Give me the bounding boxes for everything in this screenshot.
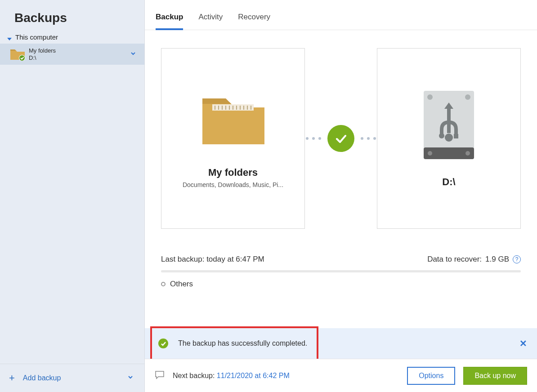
svg-rect-21 (447, 107, 451, 133)
chevron-down-icon[interactable] (127, 374, 134, 382)
chevron-down-icon[interactable] (130, 50, 136, 58)
add-backup-button[interactable]: + Add backup (0, 364, 144, 392)
next-backup-date[interactable]: 11/21/2020 at 6:42 PM (217, 372, 290, 379)
others-row: Others (161, 280, 521, 289)
plus-icon: + (9, 372, 15, 384)
backup-now-button[interactable]: Back up now (463, 367, 527, 385)
data-recover-label: Data to recover: (427, 255, 482, 264)
options-button[interactable]: Options (407, 367, 455, 385)
progress-bar (161, 270, 521, 272)
last-backup-label: Last backup: (161, 255, 204, 263)
tab-backup[interactable]: Backup (156, 13, 183, 30)
sidebar-section-label: This computer (15, 33, 58, 41)
sidebar-section-header[interactable]: This computer (0, 33, 144, 44)
source-card[interactable]: My folders Documents, Downloads, Music, … (161, 48, 305, 229)
last-backup-value: today at 6:47 PM (206, 255, 264, 263)
help-icon[interactable]: ? (513, 255, 521, 263)
footer-bar: Next backup: 11/21/2020 at 6:42 PM Optio… (145, 359, 537, 392)
tab-recovery[interactable]: Recovery (238, 13, 270, 30)
folder-icon (10, 48, 25, 61)
next-backup: Next backup: 11/21/2020 at 6:42 PM (173, 372, 290, 380)
info-row: Last backup: today at 6:47 PM Data to re… (161, 255, 521, 264)
others-label: Others (170, 280, 193, 289)
svg-point-19 (428, 151, 432, 156)
svg-point-2 (19, 55, 25, 61)
comment-icon[interactable] (155, 370, 165, 381)
sidebar-item-title: My folders (29, 47, 56, 54)
status-message: The backup has successfully completed. (178, 339, 307, 347)
sidebar-title: Backups (0, 0, 144, 33)
checkmark-icon (158, 339, 168, 348)
close-icon[interactable]: ✕ (519, 338, 527, 349)
folder-icon (197, 89, 269, 153)
sidebar-item-myfolders[interactable]: My folders D:\ (0, 44, 144, 65)
last-backup: Last backup: today at 6:47 PM (161, 255, 264, 264)
tab-activity[interactable]: Activity (198, 13, 223, 30)
footer-actions: Options Back up now (407, 367, 527, 385)
add-backup-label: Add backup (23, 374, 61, 382)
svg-point-20 (465, 151, 470, 156)
sidebar: Backups This computer My folders D:\ (0, 0, 145, 392)
bullet-icon (161, 282, 166, 286)
svg-rect-24 (454, 134, 458, 138)
backup-connector (305, 125, 377, 152)
source-card-sub: Documents, Downloads, Music, Pi... (183, 181, 283, 188)
destination-card-title: D:\ (442, 176, 455, 188)
svg-marker-0 (7, 38, 12, 40)
sidebar-item-sub: D:\ (29, 54, 56, 62)
status-banner: The backup has successfully completed. ✕ (145, 328, 537, 359)
svg-point-17 (427, 94, 433, 100)
svg-point-23 (439, 133, 444, 138)
tab-bar: Backup Activity Recovery (145, 0, 537, 30)
cards-row: My folders Documents, Downloads, Music, … (161, 48, 521, 229)
svg-point-18 (465, 94, 470, 100)
source-card-title: My folders (208, 167, 258, 178)
chevron-down-icon (7, 35, 12, 40)
svg-point-25 (445, 134, 453, 142)
checkmark-icon (327, 125, 354, 152)
data-recover-value: 1.9 GB (485, 255, 509, 264)
sidebar-item-texts: My folders D:\ (29, 47, 56, 61)
data-to-recover: Data to recover: 1.9 GB ? (427, 255, 521, 264)
drive-icon (422, 89, 476, 163)
destination-card[interactable]: D:\ (377, 48, 521, 229)
next-backup-label: Next backup: (173, 372, 215, 379)
